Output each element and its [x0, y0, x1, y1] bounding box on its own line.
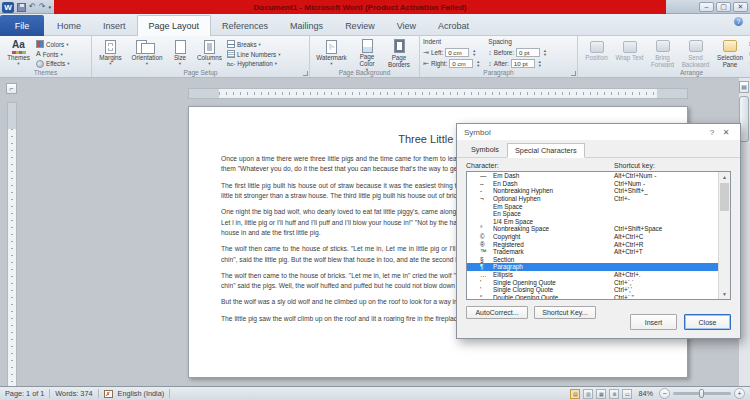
zoom-slider-thumb[interactable]: [699, 389, 704, 398]
dialog-launcher-icon[interactable]: [571, 71, 576, 76]
spacing-before-spinner[interactable]: ▲▼: [543, 49, 547, 57]
ribbon-tab[interactable]: Page Layout: [137, 15, 212, 36]
watermark-label: Watermark: [316, 54, 347, 61]
insert-button[interactable]: Insert: [630, 314, 677, 330]
special-character-row[interactable]: ¬ Optional Hyphen Ctrl+-: [467, 195, 718, 203]
indent-right-spinner[interactable]: ▲▼: [476, 60, 480, 68]
ribbon-tab[interactable]: View: [386, 15, 427, 36]
special-character-row[interactable]: ® Registered Alt+Ctrl+R: [467, 240, 718, 248]
line-numbers-button[interactable]: Line Numbers ▾: [227, 50, 280, 59]
special-character-row[interactable]: ° Nonbreaking Space Ctrl+Shift+Space: [467, 225, 718, 233]
special-character-row[interactable]: 1/4 Em Space: [467, 218, 718, 226]
dialog-tab-label: Symbols: [471, 145, 499, 154]
dialog-tab[interactable]: Special Characters: [507, 143, 585, 158]
selection-pane-button[interactable]: Selection Pane: [713, 38, 747, 68]
spacing-after-spinner[interactable]: ▲▼: [538, 60, 542, 68]
character-shortcut: Ctrl+-: [614, 195, 718, 202]
spellcheck-icon[interactable]: [104, 390, 113, 398]
dialog-close-icon[interactable]: ✕: [719, 128, 733, 137]
character-shortcut: Ctrl+Shift+_: [614, 187, 718, 194]
watermark-button[interactable]: Watermark ▾: [313, 38, 350, 68]
close-button[interactable]: ✕: [733, 2, 748, 12]
special-character-row[interactable]: ™ Trademark Alt+Ctrl+T: [467, 248, 718, 256]
indent-right-icon: ⇤: [423, 60, 429, 68]
breaks-button[interactable]: Breaks ▾: [227, 40, 280, 49]
shortcut-key-button[interactable]: Shortcut Key...: [534, 306, 596, 319]
special-character-row[interactable]: ' Single Closing Quote Ctrl+',': [467, 286, 718, 294]
horizontal-ruler[interactable]: [188, 88, 688, 99]
special-character-row[interactable]: © Copyright Alt+Ctrl+C: [467, 233, 718, 241]
ribbon-tab[interactable]: Review: [334, 15, 386, 36]
special-character-row[interactable]: ¶ Paragraph: [467, 263, 718, 271]
outline-view-icon[interactable]: ≣: [609, 389, 619, 399]
list-scrollbar[interactable]: ▲ ▼: [718, 172, 730, 299]
indent-left-spinner[interactable]: ▲▼: [472, 49, 476, 57]
web-layout-view-icon[interactable]: ▦: [596, 389, 606, 399]
redo-icon[interactable]: ↷: [39, 2, 46, 12]
autocorrect-button[interactable]: AutoCorrect...: [466, 306, 528, 319]
themes-button[interactable]: Aa Themes ▾: [3, 38, 34, 68]
tab-file[interactable]: File: [0, 15, 44, 36]
full-screen-reading-view-icon[interactable]: ▥: [583, 389, 593, 399]
dialog-launcher-icon[interactable]: [303, 71, 308, 76]
ribbon-tab[interactable]: Acrobat: [427, 15, 480, 36]
theme-fonts-button[interactable]: A Fonts ▾: [36, 50, 69, 59]
special-character-row[interactable]: – En Dash Ctrl+Num -: [467, 180, 718, 188]
page-count[interactable]: Page: 1 of 1: [5, 389, 44, 398]
scroll-down-icon[interactable]: ▼: [719, 289, 730, 299]
ruler-toggle-icon[interactable]: ▤: [739, 81, 749, 93]
theme-fonts-label: Fonts: [43, 51, 59, 58]
ribbon-tab[interactable]: Mailings: [279, 15, 334, 36]
tab-stop-selector[interactable]: ⌐: [6, 83, 17, 94]
special-character-row[interactable]: — Em Dash Alt+Ctrl+Num -: [467, 172, 718, 180]
scroll-up-icon[interactable]: ▲: [719, 172, 730, 182]
special-character-row[interactable]: Em Space: [467, 202, 718, 210]
close-button-dialog[interactable]: Close: [684, 314, 731, 330]
zoom-slider[interactable]: [673, 392, 731, 395]
vertical-ruler[interactable]: [7, 102, 17, 386]
dialog-title-bar: Symbol ? ✕: [457, 124, 740, 140]
theme-colors-button[interactable]: Colors ▾: [36, 40, 69, 49]
undo-icon[interactable]: ↶: [29, 2, 36, 12]
columns-button[interactable]: Columns ▾: [194, 38, 225, 68]
special-character-row[interactable]: “ Double Opening Quote Ctrl+`,": [467, 294, 718, 301]
word-logo-icon[interactable]: W: [2, 2, 14, 13]
save-icon[interactable]: [17, 3, 26, 12]
zoom-in-button[interactable]: +: [734, 388, 745, 399]
zoom-out-button[interactable]: −: [659, 388, 670, 399]
indent-right-input[interactable]: 0 cm: [449, 59, 473, 68]
spacing-after-input[interactable]: 10 pt: [511, 59, 535, 68]
maximize-button[interactable]: ▢: [716, 2, 731, 12]
word-count[interactable]: Words: 374: [55, 389, 92, 398]
spacing-before-input[interactable]: 0 pt: [516, 48, 540, 57]
language-indicator[interactable]: English (India): [118, 389, 165, 398]
indent-left-input[interactable]: 0 cm: [445, 48, 469, 57]
qat-dropdown-icon[interactable]: ▾: [48, 4, 51, 10]
special-character-row[interactable]: - Nonbreaking Hyphen Ctrl+Shift+_: [467, 187, 718, 195]
orientation-button[interactable]: Orientation ▾: [128, 38, 166, 68]
special-character-row[interactable]: ' Single Opening Quote Ctrl+`,`: [467, 278, 718, 286]
special-character-row[interactable]: … Ellipsis Alt+Ctrl+.: [467, 271, 718, 279]
list-scrollbar-thumb[interactable]: [720, 183, 729, 211]
help-icon[interactable]: ?: [734, 17, 743, 26]
page-color-button[interactable]: Page Color ▾: [352, 38, 382, 68]
character-name: Single Closing Quote: [493, 286, 614, 293]
ribbon-tab[interactable]: Home: [46, 15, 92, 36]
hyphenation-button[interactable]: bc- Hyphenation ▾: [227, 59, 280, 68]
page-borders-button[interactable]: Page Borders: [384, 38, 414, 68]
theme-effects-button[interactable]: Effects ▾: [36, 59, 69, 68]
size-button[interactable]: Size ▾: [168, 38, 192, 68]
special-character-row[interactable]: En Space: [467, 210, 718, 218]
ribbon-tab[interactable]: Insert: [92, 15, 137, 36]
margins-button[interactable]: Margins ▾: [95, 38, 126, 68]
ribbon-tab[interactable]: References: [211, 15, 279, 36]
dialog-tabs: Symbols Special Characters: [457, 140, 740, 158]
minimize-button[interactable]: –: [699, 2, 714, 12]
zoom-level[interactable]: 84%: [638, 389, 653, 398]
themes-label: Themes: [7, 54, 30, 61]
draft-view-icon[interactable]: ▭: [622, 389, 632, 399]
dialog-tab[interactable]: Symbols: [464, 143, 506, 157]
special-character-row[interactable]: § Section: [467, 256, 718, 264]
print-layout-view-icon[interactable]: ▤: [570, 389, 580, 399]
dialog-help-icon[interactable]: ?: [705, 128, 719, 137]
